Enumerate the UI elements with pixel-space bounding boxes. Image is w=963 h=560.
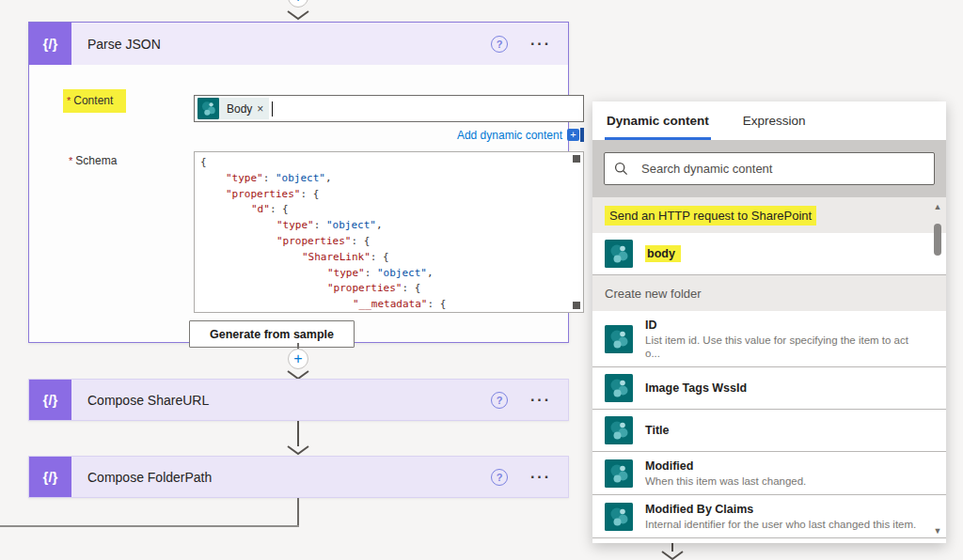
parse-json-header[interactable]: {/} Parse JSON ? ··· bbox=[29, 23, 568, 65]
tab-expression[interactable]: Expression bbox=[743, 101, 806, 140]
dynamic-content-list: Send an HTTP request to SharePointbodyCr… bbox=[592, 197, 946, 543]
flow-canvas: + {/} Parse JSON ? ··· *Content Body × A… bbox=[0, 0, 963, 560]
editor-scroll-down[interactable] bbox=[573, 302, 580, 309]
scroll-up-icon[interactable]: ▲ bbox=[932, 202, 943, 211]
connector-arrowhead bbox=[285, 9, 311, 23]
item-name: Image Tags WssId bbox=[645, 381, 747, 396]
item-name: Modified bbox=[645, 459, 806, 474]
add-dynamic-content-icon[interactable]: + bbox=[567, 128, 584, 142]
item-name: ID bbox=[645, 318, 924, 333]
search-box[interactable] bbox=[604, 152, 935, 185]
more-menu-icon[interactable]: ··· bbox=[530, 36, 551, 53]
required-asterisk: * bbox=[69, 155, 72, 166]
item-name: Title bbox=[645, 423, 669, 438]
search-strip bbox=[592, 140, 946, 197]
dynamic-content-panel: Dynamic content Expression Send an HTTP … bbox=[592, 101, 946, 543]
more-menu-icon[interactable]: ··· bbox=[530, 469, 551, 486]
scroll-down-icon[interactable]: ▼ bbox=[932, 526, 943, 536]
panel-tabs: Dynamic content Expression bbox=[592, 101, 946, 140]
action-title: Parse JSON bbox=[87, 37, 491, 52]
content-field-label: *Content bbox=[63, 89, 126, 113]
dynamic-content-item[interactable]: Title bbox=[592, 410, 946, 452]
insert-step-button-mid[interactable]: + bbox=[288, 349, 308, 369]
help-icon[interactable]: ? bbox=[491, 392, 508, 409]
schema-field-label: *Schema bbox=[69, 154, 117, 167]
compose-shareurl-card[interactable]: {/} Compose ShareURL ? ··· bbox=[28, 379, 569, 421]
dynamic-content-item[interactable]: body bbox=[592, 233, 946, 275]
flow-connector-line bbox=[0, 525, 299, 527]
parse-json-card[interactable]: {/} Parse JSON ? ··· *Content Body × Add… bbox=[28, 22, 569, 343]
sharepoint-icon bbox=[605, 503, 633, 531]
item-description: When this item was last changed. bbox=[645, 474, 806, 488]
item-description: List item id. Use this value for specify… bbox=[645, 334, 924, 360]
dynamic-content-item[interactable]: ModifiedWhen this item was last changed. bbox=[592, 452, 946, 495]
sharepoint-icon bbox=[197, 98, 219, 119]
sharepoint-icon bbox=[605, 416, 633, 444]
item-description: Internal identifier for the user who las… bbox=[645, 518, 916, 531]
action-title: Compose ShareURL bbox=[87, 393, 491, 408]
dynamic-token-chip[interactable]: Body × bbox=[197, 98, 269, 119]
data-operation-code-icon: {/} bbox=[29, 380, 71, 420]
more-menu-icon[interactable]: ··· bbox=[530, 392, 551, 409]
dynamic-content-item[interactable]: Image Tags WssId bbox=[592, 367, 946, 410]
generate-from-sample-button[interactable]: Generate from sample bbox=[189, 320, 355, 348]
search-icon bbox=[614, 162, 628, 176]
plus-icon: + bbox=[293, 350, 302, 366]
sharepoint-icon bbox=[605, 240, 633, 268]
dynamic-content-item[interactable]: Modified By DisplayNameThe name of the u… bbox=[592, 538, 946, 543]
action-title: Compose FolderPath bbox=[87, 470, 491, 485]
compose-folderpath-card[interactable]: {/} Compose FolderPath ? ··· bbox=[28, 456, 569, 498]
required-asterisk: * bbox=[67, 95, 71, 106]
sharepoint-icon bbox=[605, 374, 633, 402]
connector-arrow bbox=[285, 421, 311, 457]
dynamic-content-item[interactable]: Modified By ClaimsInternal identifier fo… bbox=[592, 495, 946, 538]
insert-step-button-top[interactable]: + bbox=[288, 0, 308, 8]
scrollbar-thumb[interactable] bbox=[934, 224, 941, 256]
add-dynamic-content-link[interactable]: Add dynamic content bbox=[457, 129, 562, 142]
schema-json-code: {"type": "object","properties": {"d": {"… bbox=[195, 152, 583, 313]
content-input[interactable]: Body × bbox=[194, 95, 584, 122]
panel-scrollbar[interactable]: ▲ ▼ bbox=[931, 199, 944, 541]
editor-scroll-up[interactable] bbox=[573, 155, 580, 163]
token-label: Body bbox=[219, 102, 255, 116]
dynamic-content-item[interactable]: IDList item id. Use this value for speci… bbox=[592, 311, 946, 367]
item-name: Modified By Claims bbox=[645, 502, 916, 517]
search-input[interactable] bbox=[639, 161, 924, 177]
tab-dynamic-content[interactable]: Dynamic content bbox=[607, 101, 709, 140]
sharepoint-icon bbox=[605, 325, 633, 353]
data-operation-code-icon: {/} bbox=[29, 23, 71, 65]
schema-editor[interactable]: {"type": "object","properties": {"d": {"… bbox=[194, 151, 584, 313]
flow-connector-line bbox=[297, 498, 299, 526]
help-icon[interactable]: ? bbox=[491, 469, 508, 486]
data-operation-code-icon: {/} bbox=[29, 457, 71, 497]
sharepoint-icon bbox=[605, 459, 633, 488]
item-name: body bbox=[645, 246, 681, 261]
connector-arrow bbox=[659, 543, 686, 560]
remove-token-icon[interactable]: × bbox=[255, 102, 269, 116]
group-header: Create new folder bbox=[592, 275, 946, 311]
help-icon[interactable]: ? bbox=[491, 36, 508, 53]
plus-icon: + bbox=[293, 0, 302, 5]
text-cursor bbox=[272, 101, 273, 117]
group-header: Send an HTTP request to SharePoint bbox=[592, 197, 946, 233]
